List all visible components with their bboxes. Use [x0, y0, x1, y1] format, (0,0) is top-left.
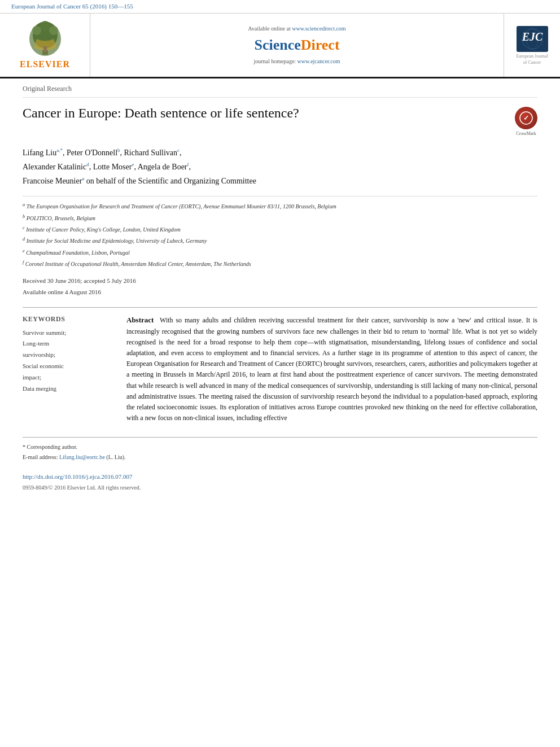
received-date: Received 30 June 2016; accepted 5 July 2… [23, 276, 537, 287]
svg-point-5 [40, 21, 50, 31]
abstract-section: Abstract With so many adults and childre… [126, 314, 537, 423]
abstract-title: Abstract [126, 316, 154, 324]
footer-section: * Corresponding author. E-mail address: … [23, 437, 537, 491]
article-section-label: Original Research [23, 78, 537, 98]
separator [23, 307, 537, 308]
crossmark-badge: ✓ CrossMark [515, 107, 537, 137]
affiliation-a: a The European Organisation for Research… [23, 201, 537, 211]
keyword-1: Survivor summit; [23, 327, 113, 339]
abstract-body: With so many adults and children receivi… [126, 316, 537, 422]
journal-homepage-url[interactable]: www.ejcancer.com [298, 58, 340, 64]
corresponding-author: * Corresponding author. [23, 443, 537, 451]
ejc-logo: EJC European Journalof Cancer [504, 14, 560, 76]
keywords-section: KEYWORDS Survivor summit; Long-term surv… [23, 314, 113, 423]
article-title-row: Cancer in Europe: Death sentence or life… [23, 104, 537, 137]
keyword-3: survivorship; [23, 350, 113, 361]
keyword-6: Data merging [23, 383, 113, 395]
keywords-list: Survivor summit; Long-term survivorship;… [23, 327, 113, 395]
ejc-globe-icon: EJC [515, 25, 549, 53]
sciencedirect-url[interactable]: www.sciencedirect.com [292, 25, 345, 32]
svg-rect-6 [43, 46, 47, 52]
sciencedirect-logo: ScienceDirect [254, 35, 339, 55]
affiliation-e: e Champalimaud Foundation, Lisbon, Portu… [23, 247, 537, 257]
copyright-line: 0959-8049/© 2016 Elsevier Ltd. All right… [23, 484, 537, 492]
authors-section: Lifang Liua,*, Peter O'Donnellb, Richard… [23, 146, 537, 189]
crossmark-icon: ✓ [515, 107, 537, 129]
keyword-5: impact; [23, 372, 113, 383]
doi-line: http://dx.doi.org/10.1016/j.ejca.2016.07… [23, 473, 537, 481]
journal-homepage: journal homepage: www.ejcancer.com [253, 58, 340, 65]
available-online-text: Available online at www.sciencedirect.co… [248, 25, 345, 33]
keyword-4: Social economic [23, 361, 113, 372]
author-alexander: Alexander Katalinicd, Lotte Mosere, Ange… [23, 163, 191, 171]
ejc-subtext: European Journalof Cancer [516, 53, 548, 65]
affiliation-f: f Coronel Institute of Occupational Heal… [23, 259, 537, 269]
header-section: ELSEVIER Available online at www.science… [0, 14, 560, 78]
article-title: Cancer in Europe: Death sentence or life… [23, 104, 504, 122]
author-francoise: Francoise Meuniera on behalf of the Scie… [23, 177, 256, 185]
svg-text:✓: ✓ [523, 114, 529, 122]
svg-point-4 [49, 26, 58, 35]
abstract-keywords-row: KEYWORDS Survivor summit; Long-term surv… [23, 314, 537, 423]
main-content: Original Research Cancer in Europe: Deat… [0, 78, 560, 492]
svg-point-3 [32, 26, 41, 35]
email-footnote: E-mail address: Lifang.liu@eortc.be (L. … [23, 453, 537, 461]
email-link[interactable]: Lifang.liu@eortc.be [59, 454, 105, 460]
affiliations-section: a The European Organisation for Research… [23, 196, 537, 269]
affiliation-b: b POLITICO, Brussels, Belgium [23, 213, 537, 223]
elsevier-label: ELSEVIER [20, 58, 70, 71]
journal-citation: European Journal of Cancer 65 (2016) 150… [11, 3, 133, 10]
journal-bar: European Journal of Cancer 65 (2016) 150… [0, 0, 560, 14]
sciencedirect-section: Available online at www.sciencedirect.co… [90, 14, 504, 76]
elsevier-logo: ELSEVIER [0, 14, 90, 76]
author-lifang: Lifang Liua,*, Peter O'Donnellb, Richard… [23, 148, 182, 157]
crossmark-label: CrossMark [516, 130, 536, 137]
affiliation-c: c Institute of Cancer Policy, King's Col… [23, 224, 537, 234]
elsevier-tree-icon [23, 19, 68, 56]
doi-link[interactable]: http://dx.doi.org/10.1016/j.ejca.2016.07… [23, 473, 132, 480]
dates-section: Received 30 June 2016; accepted 5 July 2… [23, 276, 537, 298]
affiliation-d: d Institute for Social Medicine and Epid… [23, 235, 537, 246]
abstract-text: Abstract With so many adults and childre… [126, 314, 537, 423]
keywords-title: KEYWORDS [23, 314, 113, 324]
available-online-date: Available online 4 August 2016 [23, 287, 537, 298]
keyword-2: Long-term [23, 338, 113, 350]
